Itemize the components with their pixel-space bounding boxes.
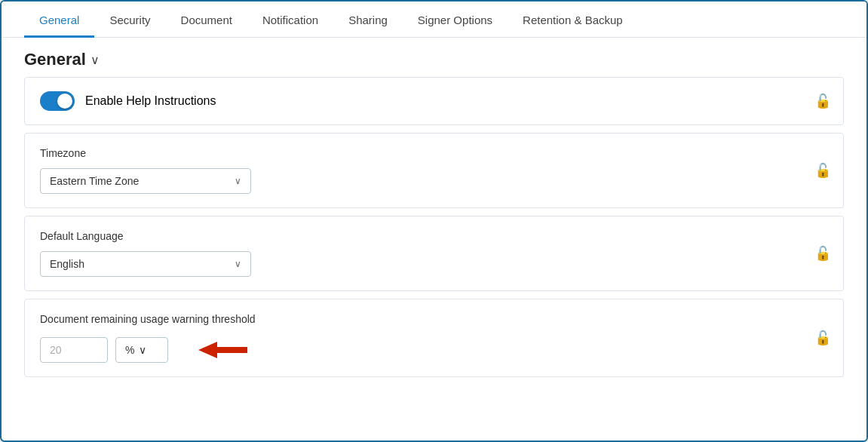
page-title[interactable]: General ∨ <box>24 50 844 69</box>
lock-icon-threshold[interactable]: 🔓 <box>814 330 831 346</box>
language-dropdown[interactable]: English ∨ <box>40 251 251 277</box>
red-arrow-icon <box>183 339 251 361</box>
tab-security[interactable]: Security <box>94 2 165 38</box>
toggle-track[interactable] <box>40 91 75 111</box>
app-frame: General Security Document Notification S… <box>0 0 868 442</box>
tab-sharing[interactable]: Sharing <box>333 2 403 38</box>
tab-notification[interactable]: Notification <box>247 2 333 38</box>
timezone-label: Timezone <box>40 147 86 159</box>
setting-row-threshold: Document remaining usage warning thresho… <box>24 299 844 377</box>
setting-row-language: Default Language English ∨ 🔓 <box>24 216 844 291</box>
tab-signer-options[interactable]: Signer Options <box>403 2 508 38</box>
setting-row-timezone: Timezone Eastern Time Zone ∨ 🔓 <box>24 133 844 208</box>
arrow-indicator <box>183 339 251 361</box>
lock-icon-language[interactable]: 🔓 <box>814 245 831 262</box>
page-header: General ∨ <box>2 38 866 77</box>
language-chevron-icon: ∨ <box>235 259 241 269</box>
threshold-controls: % ∨ <box>40 337 251 363</box>
setting-row-enable-help: Enable Help Instructions 🔓 <box>24 77 844 125</box>
threshold-unit-chevron-icon: ∨ <box>139 344 146 356</box>
lock-icon-enable-help[interactable]: 🔓 <box>814 93 831 109</box>
timezone-value: Eastern Time Zone <box>50 175 139 187</box>
threshold-label: Document remaining usage warning thresho… <box>40 313 256 325</box>
timezone-dropdown[interactable]: Eastern Time Zone ∨ <box>40 168 251 194</box>
timezone-chevron-icon: ∨ <box>235 176 241 186</box>
language-value: English <box>50 258 84 270</box>
tab-retention-backup[interactable]: Retention & Backup <box>508 2 638 38</box>
threshold-input[interactable] <box>40 337 108 363</box>
enable-help-toggle[interactable] <box>40 91 75 111</box>
tabs-bar: General Security Document Notification S… <box>2 2 866 38</box>
toggle-thumb <box>57 94 72 109</box>
enable-help-label: Enable Help Instructions <box>85 94 216 108</box>
language-label: Default Language <box>40 230 124 242</box>
svg-marker-0 <box>198 342 247 358</box>
toggle-wrap: Enable Help Instructions <box>40 91 216 111</box>
tab-general[interactable]: General <box>24 2 94 38</box>
tab-document[interactable]: Document <box>166 2 247 38</box>
content-area: Enable Help Instructions 🔓 Timezone East… <box>2 77 866 440</box>
threshold-unit-dropdown[interactable]: % ∨ <box>115 337 168 363</box>
threshold-unit-label: % <box>125 344 134 356</box>
title-chevron-icon: ∨ <box>90 53 100 67</box>
lock-icon-timezone[interactable]: 🔓 <box>814 162 831 179</box>
